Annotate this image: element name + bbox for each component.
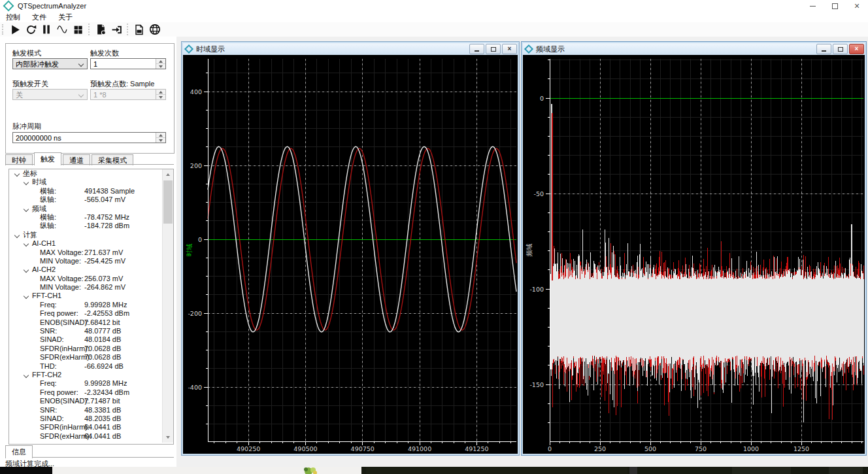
trigger-count-label: 触发次数 — [90, 48, 119, 58]
export-icon[interactable] — [108, 23, 124, 36]
trigger-mode-select[interactable]: 内部脉冲触发 — [12, 58, 88, 69]
toolbar-separator — [127, 24, 129, 35]
expander-icon[interactable] — [24, 294, 29, 299]
trigger-count-input[interactable]: 1 — [90, 58, 166, 69]
tree-row[interactable]: SINAD:48.2035 dB — [9, 415, 173, 423]
tree-row[interactable]: SINAD:48.0184 dB — [9, 335, 173, 344]
tree-row[interactable]: ENOB(SINAD):7.68412 bit — [9, 318, 173, 327]
tree-row[interactable]: MIN Voltage:-254.425 mV — [9, 257, 173, 265]
tab-info[interactable]: 信息 — [5, 445, 33, 458]
trigger-mode-label: 触发模式 — [12, 48, 41, 58]
spin-down-button[interactable] — [156, 137, 165, 143]
tree-row[interactable]: Freq power:-2.32434 dBm — [9, 388, 173, 397]
tree-scrollbar[interactable] — [162, 169, 173, 443]
expander-icon[interactable] — [24, 373, 29, 378]
subwindow-title: 频域显示 — [536, 44, 565, 54]
tree-row[interactable]: AI-CH1 — [9, 239, 173, 248]
tree-row[interactable]: Freq power:-2.42553 dBm — [9, 309, 173, 318]
time-domain-title-bar[interactable]: 时域显示 × — [183, 43, 518, 55]
pulse-period-input[interactable]: 200000000 ns — [12, 132, 166, 143]
tree-row[interactable]: 横轴:-78.4752 MHz — [9, 213, 173, 222]
menu-item-0[interactable]: 控制 — [0, 12, 26, 22]
tree-row[interactable]: FFT-CH1 — [9, 292, 173, 300]
expander-icon[interactable] — [24, 206, 29, 211]
scrollbar-thumb[interactable] — [163, 180, 173, 224]
pretrigger-switch-select[interactable]: 关 — [12, 89, 88, 100]
svg-text:400: 400 — [190, 88, 202, 95]
menu-item-2[interactable]: 关于 — [52, 12, 78, 22]
tree-item-value: 491438 Sample — [84, 187, 135, 195]
svg-text:0: 0 — [198, 236, 202, 243]
tree-row[interactable]: THD:-66.6924 dB — [9, 362, 173, 371]
tree-row[interactable]: SFDR(inHarm):70.0628 dB — [9, 345, 173, 353]
stop-grid-icon[interactable] — [70, 23, 86, 36]
freq-domain-chart[interactable]: 0250500750100012500-50-100-150频域 — [523, 55, 865, 454]
pretrigger-switch-label: 预触发开关 — [12, 79, 48, 89]
tree-item-value: 48.3381 dB — [84, 406, 121, 415]
tree-row[interactable]: SNR:48.0777 dB — [9, 327, 173, 335]
save-data-icon[interactable] — [93, 23, 108, 36]
tree-row[interactable]: SFDR(inHarm):64.0441 dB — [9, 423, 173, 432]
tree-row[interactable]: MAX Voltage:256.073 mV — [9, 275, 173, 283]
subwindow-restore-button[interactable] — [486, 44, 501, 54]
play-icon[interactable] — [7, 23, 23, 36]
subwindow-close-button[interactable]: × — [502, 44, 517, 54]
subwindow-close-button[interactable]: × — [849, 44, 864, 54]
tab-触发[interactable]: 触发 — [34, 152, 61, 165]
tree-row[interactable]: AI-CH2 — [9, 265, 173, 274]
toolbar-separator — [88, 24, 90, 35]
os-taskbar[interactable] — [0, 467, 868, 474]
menu-item-1[interactable]: 文件 — [26, 12, 52, 22]
tree-item-value: 256.073 mV — [84, 275, 123, 283]
subwindow-restore-button[interactable] — [833, 44, 848, 54]
expander-icon[interactable] — [24, 241, 29, 246]
tree-row[interactable]: 横轴:491438 Sample — [9, 187, 173, 195]
tree-row[interactable]: 纵轴:-565.047 mV — [9, 195, 173, 204]
waveform-icon[interactable] — [54, 23, 70, 36]
close-button[interactable]: × — [846, 0, 868, 12]
minimize-button[interactable] — [801, 0, 824, 12]
taskbar-app-icon[interactable] — [299, 467, 323, 474]
time-domain-chart[interactable]: 4902504905004907504910004912504002000-20… — [183, 55, 518, 454]
subwindow-minimize-button[interactable] — [469, 44, 484, 54]
pretrigger-points-input[interactable]: 1 *8 — [90, 89, 166, 100]
tree-row[interactable]: MAX Voltage:271.637 mV — [9, 248, 173, 257]
network-globe-icon[interactable] — [147, 23, 163, 36]
tree-row[interactable]: SNR:48.3381 dB — [9, 406, 173, 415]
expander-icon[interactable] — [24, 180, 29, 185]
tree-row[interactable]: SFDR(exHarm):70.0628 dB — [9, 353, 173, 362]
tree-row[interactable]: ENOB(SINAD):7.71487 bit — [9, 397, 173, 405]
scroll-down-button[interactable] — [163, 432, 173, 443]
pdf-report-icon[interactable] — [131, 23, 147, 36]
spin-down-button[interactable] — [156, 94, 165, 99]
tree-row[interactable]: Freq:9.99928 MHz — [9, 301, 173, 309]
expander-icon[interactable] — [24, 267, 29, 273]
tree-row[interactable]: FFT-CH2 — [9, 371, 173, 379]
spin-down-button[interactable] — [156, 63, 165, 69]
spin-up-button[interactable] — [156, 133, 165, 137]
expander-icon[interactable] — [14, 232, 20, 237]
spin-up-button[interactable] — [156, 59, 165, 63]
freq-domain-window: 频域显示 × 0250500750100012500-50-100-150频域 — [521, 41, 867, 456]
tree-row[interactable]: 纵轴:-184.728 dBm — [9, 222, 173, 230]
restore-button[interactable] — [824, 0, 846, 12]
tree-row[interactable]: SFDR(exHarm):64.0441 dB — [9, 432, 173, 441]
tree-row[interactable]: Freq:9.99928 MHz — [9, 379, 173, 388]
expander-icon[interactable] — [14, 171, 20, 177]
scroll-up-button[interactable] — [163, 169, 173, 180]
subwindow-minimize-button[interactable] — [816, 44, 831, 54]
freq-domain-title-bar[interactable]: 频域显示 × — [523, 43, 865, 55]
refresh-icon[interactable] — [23, 23, 39, 36]
svg-text:时域: 时域 — [186, 244, 193, 257]
tree-item-label: 横轴: — [40, 213, 56, 222]
tree-row[interactable]: 时域 — [9, 178, 173, 186]
spin-up-button[interactable] — [156, 90, 165, 94]
tree-item-value: 7.68412 bit — [84, 318, 120, 327]
pretrigger-points-label: 预触发点数: Sample — [90, 79, 154, 89]
tree-item-value: 64.0441 dB — [84, 432, 121, 441]
tree-row[interactable]: MIN Voltage:-264.862 mV — [9, 283, 173, 292]
tree-row[interactable]: 频域 — [9, 205, 173, 213]
tree-row[interactable]: 计算 — [9, 231, 173, 239]
pause-icon[interactable] — [39, 23, 54, 36]
tree-row[interactable]: 坐标 — [9, 169, 173, 178]
